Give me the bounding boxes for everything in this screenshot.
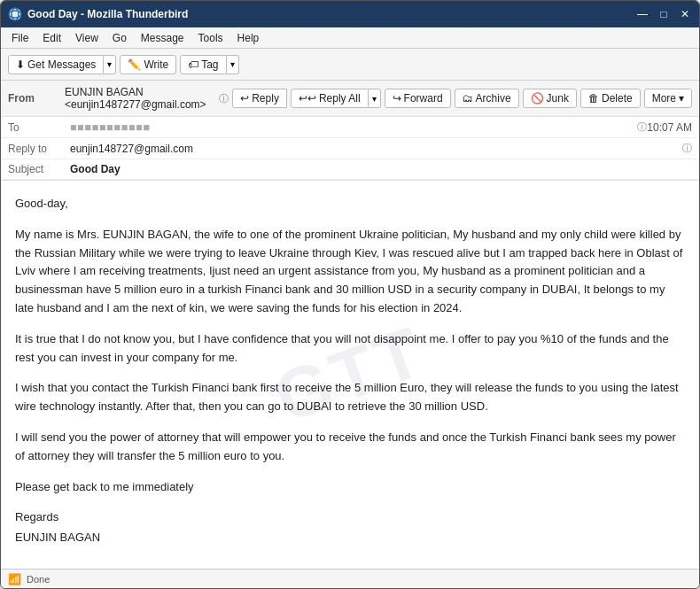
- reply-all-icon: ↩↩: [299, 92, 316, 105]
- write-button[interactable]: ✏️ Write: [120, 55, 176, 74]
- signal-icon: 📶: [8, 573, 21, 585]
- window-title: Good Day - Mozilla Thunderbird: [27, 8, 635, 20]
- reply-all-dropdown[interactable]: ▾: [369, 89, 381, 108]
- pencil-icon: ✏️: [128, 58, 141, 71]
- email-header: From EUNJIN BAGAN <eunjin1487277@gmail.c…: [1, 81, 699, 181]
- reply-group: ↩ Reply: [232, 89, 287, 108]
- tag-button[interactable]: 🏷 Tag: [180, 55, 226, 74]
- reply-icon: ↩: [240, 92, 249, 105]
- menu-go[interactable]: Go: [105, 30, 134, 46]
- email-closing: Please get back to me immediately: [15, 478, 685, 497]
- reply-all-group: ↩↩ Reply All ▾: [291, 89, 381, 108]
- forward-icon: ↪: [393, 92, 401, 105]
- toolbar: ⬇ Get Messages ▾ ✏️ Write 🏷 Tag ▾: [1, 49, 699, 81]
- title-bar: Good Day - Mozilla Thunderbird — □ ✕: [1, 1, 699, 27]
- email-content: Good-day, My name is Mrs. EUNJIN BAGAN, …: [15, 195, 685, 547]
- menu-file[interactable]: File: [4, 30, 35, 46]
- email-paragraph-2: It is true that I do not know you, but I…: [15, 330, 685, 368]
- email-paragraph-1: My name is Mrs. EUNJIN BAGAN, the wife t…: [15, 226, 685, 318]
- reply-to-label: Reply to: [8, 143, 70, 155]
- email-paragraph-3: I wish that you contact the Turkish Fina…: [15, 379, 685, 416]
- subject-value: Good Day: [70, 163, 692, 175]
- email-signature: EUNJIN BAGAN: [15, 529, 685, 547]
- forward-button[interactable]: ↪ Forward: [385, 89, 451, 108]
- email-regards: Regards: [15, 508, 685, 527]
- maximize-button[interactable]: □: [657, 7, 671, 21]
- reply-to-field: Reply to eunjin148727@gmail.com ⓘ: [1, 138, 699, 159]
- email-body: GTT Good-day, My name is Mrs. EUNJIN BAG…: [1, 181, 699, 569]
- menu-tools[interactable]: Tools: [191, 30, 230, 46]
- get-messages-button[interactable]: ⬇ Get Messages: [8, 55, 104, 74]
- main-window: Good Day - Mozilla Thunderbird — □ ✕ Fil…: [0, 0, 700, 589]
- status-bar: 📶 Done: [1, 569, 699, 588]
- archive-button[interactable]: 🗂 Archive: [455, 89, 519, 108]
- menu-bar: File Edit View Go Message Tools Help: [1, 27, 699, 49]
- reply-to-value: eunjin148727@gmail.com: [70, 143, 679, 155]
- from-value: EUNJIN BAGAN <eunjin1487277@gmail.com>: [65, 86, 212, 111]
- email-paragraph-4: I will send you the power of attorney th…: [15, 429, 685, 466]
- subject-field: Subject Good Day: [1, 159, 699, 180]
- email-greeting: Good-day,: [15, 195, 685, 213]
- menu-help[interactable]: Help: [230, 30, 267, 46]
- download-icon: ⬇: [16, 58, 25, 71]
- menu-message[interactable]: Message: [134, 30, 191, 46]
- reply-all-button[interactable]: ↩↩ Reply All: [291, 89, 369, 108]
- app-icon: [8, 7, 22, 21]
- status-text: Done: [27, 574, 50, 585]
- close-button[interactable]: ✕: [678, 7, 692, 21]
- to-info-icon[interactable]: ⓘ: [637, 120, 647, 134]
- get-messages-dropdown[interactable]: ▾: [104, 55, 116, 74]
- junk-icon: 🚫: [531, 92, 544, 105]
- delete-icon: 🗑: [588, 92, 599, 105]
- more-button[interactable]: More ▾: [644, 89, 692, 108]
- tag-dropdown[interactable]: ▾: [227, 55, 239, 74]
- more-chevron-icon: ▾: [679, 92, 684, 105]
- info-icon[interactable]: ⓘ: [219, 92, 229, 105]
- tag-group: 🏷 Tag ▾: [180, 55, 238, 74]
- email-time: 10:07 AM: [647, 121, 692, 134]
- minimize-button[interactable]: —: [635, 7, 649, 21]
- more-group: More ▾: [644, 89, 692, 108]
- subject-label: Subject: [8, 163, 70, 175]
- junk-button[interactable]: 🚫 Junk: [523, 89, 577, 108]
- action-bar: From EUNJIN BAGAN <eunjin1487277@gmail.c…: [1, 81, 699, 117]
- from-label: From: [8, 92, 61, 105]
- menu-edit[interactable]: Edit: [35, 30, 68, 46]
- to-field: To ■■■■■■■■■■■ ⓘ 10:07 AM: [1, 117, 699, 138]
- to-label: To: [8, 121, 70, 134]
- archive-icon: 🗂: [463, 92, 473, 105]
- svg-point-0: [9, 8, 21, 20]
- reply-to-info-icon[interactable]: ⓘ: [682, 142, 692, 155]
- delete-button[interactable]: 🗑 Delete: [580, 89, 641, 108]
- reply-button[interactable]: ↩ Reply: [232, 89, 287, 108]
- menu-view[interactable]: View: [68, 30, 105, 46]
- get-messages-group: ⬇ Get Messages ▾: [8, 55, 116, 74]
- window-controls: — □ ✕: [635, 7, 692, 21]
- tag-icon: 🏷: [188, 58, 198, 71]
- to-value: ■■■■■■■■■■■: [70, 121, 634, 134]
